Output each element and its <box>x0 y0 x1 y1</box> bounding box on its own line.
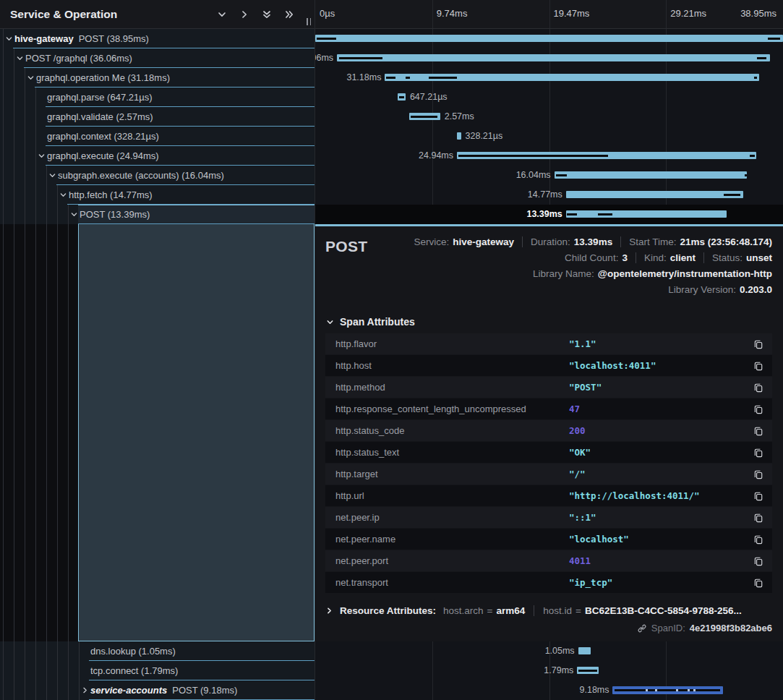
ruler-tick-label: 19.47ms <box>554 8 590 19</box>
copy-icon[interactable] <box>753 491 763 501</box>
duration-label: 328.21µs <box>466 131 503 141</box>
tree-row-label: dns.lookup (1.05ms) <box>90 646 176 657</box>
event-dot <box>655 689 657 691</box>
timeline-row[interactable] <box>315 29 783 48</box>
chevron-down-icon[interactable] <box>16 54 24 62</box>
span-bar[interactable] <box>398 93 406 101</box>
chevron-down-icon[interactable] <box>27 74 35 82</box>
timeline-row[interactable]: 24.94ms <box>315 146 783 166</box>
tree-row[interactable]: graphql.context (328.21µs) <box>0 127 315 146</box>
child-span-tick <box>399 96 405 98</box>
resource-value: BC62E13B-C4CC-5854-9788-256... <box>585 605 742 616</box>
tree-row[interactable]: http.fetch (14.77ms) <box>0 185 315 205</box>
resource-value: arm64 <box>496 605 525 616</box>
copy-icon[interactable] <box>753 556 763 566</box>
tree-header-controls <box>217 9 294 20</box>
timeline-row[interactable]: 2.57ms <box>315 107 783 127</box>
meta-key: Library Version: <box>668 284 736 295</box>
tree-row[interactable]: graphql.operation Me (31.18ms) <box>0 68 315 88</box>
chevron-down-icon[interactable] <box>5 35 13 43</box>
tree-row[interactable]: subgraph.execute (accounts) (16.04ms) <box>0 166 315 185</box>
chevron-down-icon[interactable] <box>48 171 56 179</box>
timeline-row[interactable]: 328.21µs <box>315 127 783 146</box>
chevron-down-icon[interactable] <box>217 9 227 20</box>
attribute-row: http.method"POST" <box>325 377 772 398</box>
span-bar[interactable] <box>555 171 748 179</box>
child-span-tick <box>598 213 612 215</box>
chevrons-down-icon[interactable] <box>262 9 272 20</box>
span-attributes-title: Span Attributes <box>340 316 415 328</box>
meta-divider <box>522 236 523 247</box>
chevron-down-icon[interactable] <box>59 191 67 199</box>
span-bar[interactable] <box>409 113 440 120</box>
child-span-tick <box>724 194 740 196</box>
meta-value: 21ms (23:56:48.174) <box>680 236 772 247</box>
span-bar[interactable] <box>577 667 599 674</box>
chevron-down-icon[interactable] <box>38 152 46 160</box>
tree-row[interactable]: POST /graphql (36.06ms) <box>0 48 315 68</box>
copy-icon[interactable] <box>753 513 763 523</box>
span-meta-line: Service:hive-gatewayDuration:13.39msStar… <box>367 234 772 249</box>
span-bar[interactable] <box>578 647 591 654</box>
timeline-row[interactable]: 36.06ms <box>315 48 783 68</box>
span-meta: Service:hive-gatewayDuration:13.39msStar… <box>367 234 772 297</box>
selected-span-detail-spacer <box>78 224 315 641</box>
tree-row-label: graphql.execute (24.94ms) <box>47 150 159 161</box>
copy-icon[interactable] <box>753 404 763 414</box>
copy-icon[interactable] <box>753 339 763 349</box>
tree-row[interactable]: graphql.execute (24.94ms) <box>0 146 315 166</box>
meta-divider <box>636 252 636 263</box>
tree-row[interactable]: tcp.connect (1.79ms) <box>0 661 315 680</box>
timeline-row[interactable]: 31.18ms <box>315 68 783 88</box>
span-bar[interactable] <box>385 74 759 81</box>
span-bar[interactable] <box>566 210 727 218</box>
timeline-row[interactable]: 9.18ms <box>315 680 783 700</box>
tree-row[interactable]: POST (13.39ms) <box>0 205 315 224</box>
attribute-value: "::1" <box>569 512 753 523</box>
duration-label: 24.94ms <box>419 150 453 161</box>
attribute-value: 47 <box>569 404 753 414</box>
span-id-label: SpanID: <box>651 623 685 633</box>
tree-row[interactable]: graphql.validate (2.57ms) <box>0 107 315 127</box>
operation-label: POST (9.18ms) <box>172 685 237 696</box>
span-bar[interactable] <box>457 152 756 159</box>
indent-guides <box>0 224 78 641</box>
span-bar[interactable] <box>612 686 723 694</box>
copy-icon[interactable] <box>753 361 763 371</box>
span-bar[interactable] <box>566 191 743 198</box>
attribute-key: http.status_text <box>335 447 569 458</box>
ruler-tick-label: 0µs <box>320 8 335 19</box>
copy-icon[interactable] <box>753 578 763 588</box>
span-bar[interactable] <box>337 54 770 61</box>
timeline-row[interactable]: 1.05ms <box>315 641 783 661</box>
span-bar[interactable] <box>315 35 783 42</box>
copy-icon[interactable] <box>753 534 763 545</box>
trace-viewer: Service & Operation hive-gatewayPOST (38… <box>0 0 783 700</box>
chevrons-right-icon[interactable] <box>284 9 294 20</box>
chevron-right-icon[interactable] <box>239 9 249 20</box>
timeline-row[interactable]: 1.79ms <box>315 661 783 680</box>
copy-icon[interactable] <box>753 448 763 458</box>
copy-icon[interactable] <box>753 426 763 436</box>
operation-label: graphql.execute (24.94ms) <box>47 150 159 161</box>
chevron-down-icon[interactable] <box>70 210 78 218</box>
tree-row[interactable]: dns.lookup (1.05ms) <box>0 641 315 661</box>
span-attributes-header[interactable]: Span Attributes <box>326 316 772 328</box>
chevron-right-icon[interactable] <box>81 686 89 694</box>
panel-resize-grip-icon[interactable] <box>307 18 311 25</box>
copy-icon[interactable] <box>753 383 763 393</box>
meta-value: 13.39ms <box>574 236 612 247</box>
copy-icon[interactable] <box>753 469 763 479</box>
timeline-row[interactable]: 16.04ms <box>315 166 783 185</box>
link-icon[interactable] <box>637 623 647 633</box>
timeline-row[interactable]: 647.21µs <box>315 88 783 107</box>
attribute-row: net.peer.port4011 <box>325 550 772 571</box>
resource-attributes-row[interactable]: Resource Attributes: host.arch=arm64host… <box>325 605 772 616</box>
timeline-row[interactable]: 13.39ms <box>315 205 783 224</box>
tree-row[interactable]: service-accountsPOST (9.18ms) <box>0 680 315 700</box>
tree-row[interactable]: hive-gatewayPOST (38.95ms) <box>0 29 315 48</box>
attribute-value: "ip_tcp" <box>569 577 753 588</box>
tree-row[interactable]: graphql.parse (647.21µs) <box>0 88 315 107</box>
timeline-row[interactable]: 14.77ms <box>315 185 783 205</box>
span-bar[interactable] <box>457 132 461 140</box>
